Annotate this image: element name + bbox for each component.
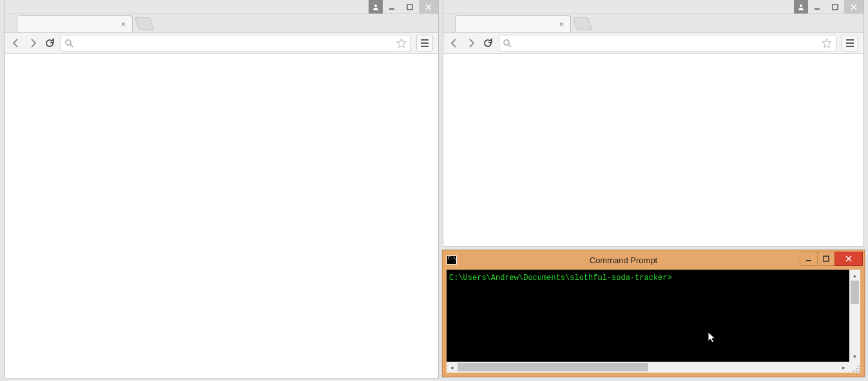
reload-button[interactable]	[44, 37, 55, 49]
svg-point-14	[856, 371, 857, 372]
search-icon	[65, 39, 73, 48]
browser-toolbar	[5, 32, 438, 54]
browser-tab[interactable]: ×	[17, 15, 133, 32]
svg-point-7	[504, 40, 509, 45]
svg-rect-5	[815, 8, 820, 10]
maximize-button[interactable]	[401, 0, 419, 14]
cmd-title-text: Command Prompt	[447, 256, 800, 265]
window-titlebar	[5, 0, 438, 14]
new-tab-button[interactable]	[573, 17, 592, 30]
window-titlebar	[443, 0, 863, 14]
tab-strip: ×	[5, 14, 438, 32]
svg-point-0	[374, 5, 377, 7]
bookmark-star-icon[interactable]	[396, 38, 407, 48]
svg-point-15	[858, 371, 860, 372]
reload-button[interactable]	[482, 37, 494, 49]
browser-window-right: ×	[443, 0, 863, 246]
svg-point-11	[856, 368, 857, 369]
svg-rect-2	[407, 5, 412, 10]
address-bar[interactable]	[499, 35, 836, 51]
cmd-titlebar[interactable]: Command Prompt	[443, 250, 864, 270]
scroll-right-button[interactable]: ▸	[838, 362, 849, 373]
svg-point-4	[800, 5, 802, 7]
bookmark-star-icon[interactable]	[822, 38, 832, 48]
cmd-client-area: C:\Users\Andrew\Documents\slothful-soda-…	[443, 270, 864, 376]
forward-button[interactable]	[465, 37, 477, 49]
scroll-left-button[interactable]: ◂	[447, 362, 458, 373]
svg-rect-9	[824, 256, 829, 261]
resize-grip[interactable]	[849, 362, 860, 373]
svg-rect-8	[806, 260, 811, 261]
browser-toolbar	[443, 32, 863, 54]
address-bar[interactable]	[61, 35, 411, 51]
address-input[interactable]	[516, 39, 818, 48]
back-button[interactable]	[448, 37, 460, 49]
maximize-button[interactable]	[826, 0, 844, 14]
cmd-window-controls	[800, 252, 863, 266]
browser-tab[interactable]: ×	[455, 15, 571, 32]
minimize-button[interactable]	[383, 0, 401, 14]
horizontal-scrollbar[interactable]: ◂ ▸	[447, 362, 849, 373]
scroll-thumb[interactable]	[851, 281, 859, 304]
close-button[interactable]	[844, 0, 863, 14]
scroll-up-button[interactable]: ▴	[849, 270, 860, 281]
svg-point-13	[853, 371, 854, 372]
close-button[interactable]	[419, 0, 438, 14]
back-button[interactable]	[10, 37, 22, 49]
svg-point-12	[858, 368, 860, 369]
vertical-scrollbar[interactable]: ▴ ▾	[849, 270, 860, 362]
cmd-app-icon	[447, 256, 457, 265]
hamburger-menu-button[interactable]	[842, 35, 858, 51]
scroll-track[interactable]	[849, 281, 860, 351]
tab-strip: ×	[443, 14, 863, 32]
search-icon	[503, 39, 512, 48]
svg-point-10	[858, 366, 860, 367]
svg-rect-1	[389, 8, 394, 10]
svg-point-3	[66, 40, 71, 45]
close-button[interactable]	[834, 252, 863, 266]
maximize-button[interactable]	[817, 252, 835, 266]
cmd-prompt-line: C:\Users\Andrew\Documents\slothful-soda-…	[447, 270, 860, 286]
minimize-button[interactable]	[808, 0, 826, 14]
page-viewport	[443, 54, 863, 246]
command-prompt-window: Command Prompt C:\Users\Andrew\Documents…	[442, 250, 865, 377]
minimize-button[interactable]	[800, 252, 818, 266]
browser-window-left: ×	[5, 0, 438, 378]
new-tab-button[interactable]	[135, 17, 154, 30]
page-viewport	[5, 54, 438, 378]
scroll-track[interactable]	[458, 362, 838, 373]
user-icon[interactable]	[369, 0, 383, 14]
hamburger-menu-button[interactable]	[416, 35, 433, 51]
address-input[interactable]	[77, 39, 392, 48]
close-tab-icon[interactable]: ×	[559, 20, 564, 28]
svg-rect-6	[833, 5, 838, 10]
scroll-thumb[interactable]	[458, 363, 648, 371]
cmd-terminal[interactable]: C:\Users\Andrew\Documents\slothful-soda-…	[447, 270, 860, 362]
close-tab-icon[interactable]: ×	[121, 20, 126, 28]
forward-button[interactable]	[27, 37, 39, 49]
scroll-down-button[interactable]: ▾	[849, 351, 860, 362]
user-icon[interactable]	[794, 0, 808, 14]
